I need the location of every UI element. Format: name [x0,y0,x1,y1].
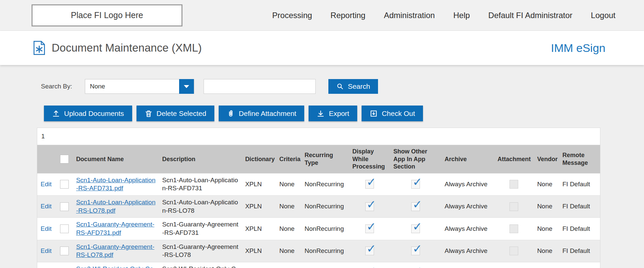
edit-cell: Edit [37,195,56,217]
search-by-dropdown[interactable]: None [85,79,194,94]
top-nav: Processing Reporting Administration Help… [272,11,644,20]
table-header-row: Document Name Description Dictionary Cri… [37,145,600,173]
col-remote-message: Remote Message [559,145,600,173]
edit-link[interactable]: Edit [41,225,52,232]
col-select-all [56,145,73,173]
edit-cell: Edit [37,240,56,262]
document-name-link[interactable]: Scn1-Guaranty-Agreement-RS-LO78.pdf [76,243,154,259]
remote-message-cell: FI Default [559,173,600,195]
documents-table-container: 1 Document Name Description Dictionary [37,128,600,268]
check-out-button[interactable]: Check Out [362,106,423,121]
show-other-app-checkbox[interactable] [411,202,420,211]
document-name-link[interactable]: Scn1-Guaranty-Agreement-RS-AFD731.pdf [76,221,154,236]
description-cell: Scn1-Guaranty-Agreement-RS-LO78 [159,240,241,262]
paperclip-icon [227,110,235,118]
show-other-app-checkbox-cell [390,262,441,268]
search-input[interactable] [204,79,316,94]
document-name-link[interactable]: Scn1-Auto-Loan-Application-RS-AFD731.pdf [76,177,156,192]
upload-documents-button[interactable]: Upload Documents [44,106,132,121]
documents-table: Document Name Description Dictionary Cri… [37,145,600,268]
row-checkbox[interactable] [60,247,69,255]
attachment-checkbox-cell [494,218,534,240]
description-cell: Scn2-WI-Resident-Only-CoApp-Initial-AFD7… [159,262,241,268]
remote-message-cell: FI Default [559,218,600,240]
document-name-cell: Scn1-Guaranty-Agreement-RS-LO78.pdf [73,240,159,262]
recurring-type-cell: NonRecurring [301,173,349,195]
edit-cell: Edit [37,173,56,195]
search-row: Search By: None Search [41,79,644,94]
description-cell: Scn1-Guaranty-Agreement-RS-AFD731 [159,218,241,240]
document-name-link[interactable]: Scn1-Auto-Loan-Application-RS-LO78.pdf [76,199,156,214]
select-cell [56,262,73,268]
document-name-link[interactable]: Scn2-WI-Resident-Only-CoApp-Initial-AFD7… [76,265,153,268]
show-other-app-checkbox-cell [390,173,441,195]
delete-selected-button[interactable]: Delete Selected [137,106,214,121]
display-while-processing-checkbox[interactable] [365,202,374,211]
row-checkbox[interactable] [60,224,69,233]
dictionary-cell: XPLN [242,195,276,217]
description-cell: Scn1-Auto-Loan-Application-RS-AFD731 [159,173,241,195]
document-name-cell: Scn2-WI-Resident-Only-CoApp-Initial-AFD7… [73,262,159,268]
pagination: 1 [37,128,600,145]
search-by-label: Search By: [41,83,72,90]
document-name-cell: Scn1-Guaranty-Agreement-RS-AFD731.pdf [73,218,159,240]
nav-help[interactable]: Help [453,11,470,20]
search-by-dropdown-value: None [85,83,179,90]
edit-cell: Edit [37,262,56,268]
col-recurring-type: Recurring Type [301,145,349,173]
row-checkbox[interactable] [60,180,69,189]
title-bar: Document Maintenance (XML) IMM eSign [0,31,644,65]
col-edit [37,145,56,173]
search-button[interactable]: Search [328,79,378,94]
edit-link[interactable]: Edit [41,181,52,188]
check-out-label: Check Out [382,110,415,118]
show-other-app-checkbox[interactable] [411,180,420,189]
show-other-app-checkbox[interactable] [411,247,420,255]
row-checkbox[interactable] [60,202,69,211]
col-attachment: Attachment [494,145,534,173]
table-row: EditScn2-WI-Resident-Only-CoApp-Initial-… [37,262,600,268]
vendor-cell: None [534,195,559,217]
dropdown-toggle-button[interactable] [179,79,194,94]
table-row: EditScn1-Guaranty-Agreement-RS-AFD731.pd… [37,218,600,240]
export-button[interactable]: Export [309,106,357,121]
nav-administration[interactable]: Administration [384,11,435,20]
edit-link[interactable]: Edit [41,203,52,210]
document-name-cell: Scn1-Auto-Loan-Application-RS-LO78.pdf [73,195,159,217]
recurring-type-cell: NonRecurring [301,195,349,217]
vendor-cell: None [534,240,559,262]
delete-selected-label: Delete Selected [157,110,206,118]
checkout-icon [370,110,378,118]
col-description: Description [159,145,241,173]
search-icon [336,83,344,90]
define-attachment-button[interactable]: Define Attachment [219,106,305,121]
nav-logout[interactable]: Logout [591,11,615,20]
upload-documents-label: Upload Documents [64,110,124,118]
display-while-processing-checkbox[interactable] [365,180,374,189]
top-bar: Place FI Logo Here Processing Reporting … [0,0,644,31]
fi-logo-placeholder: Place FI Logo Here [32,4,182,26]
dictionary-cell: XPLN [242,240,276,262]
attachment-checkbox-cell [494,195,534,217]
display-while-processing-checkbox-cell [349,173,390,195]
nav-reporting[interactable]: Reporting [330,11,365,20]
show-other-app-checkbox[interactable] [411,224,420,233]
col-dictionary: Dictionary [242,145,276,173]
vendor-cell: None [534,262,559,268]
select-all-checkbox[interactable] [60,155,69,163]
nav-processing[interactable]: Processing [272,11,312,20]
attachment-checkbox [509,224,518,233]
dictionary-cell: XPLN [242,218,276,240]
attachment-checkbox [509,247,518,255]
edit-link[interactable]: Edit [41,247,52,254]
remote-message-cell: FI Default [559,195,600,217]
archive-cell: Always Archive [441,240,494,262]
page-number-1[interactable]: 1 [41,133,45,140]
show-other-app-checkbox-cell [390,218,441,240]
nav-current-user[interactable]: Default FI Administrator [488,11,573,20]
export-label: Export [329,110,349,118]
vendor-cell: None [534,218,559,240]
display-while-processing-checkbox[interactable] [365,247,374,255]
table-row: EditScn1-Auto-Loan-Application-RS-AFD731… [37,173,600,195]
display-while-processing-checkbox[interactable] [365,224,374,233]
